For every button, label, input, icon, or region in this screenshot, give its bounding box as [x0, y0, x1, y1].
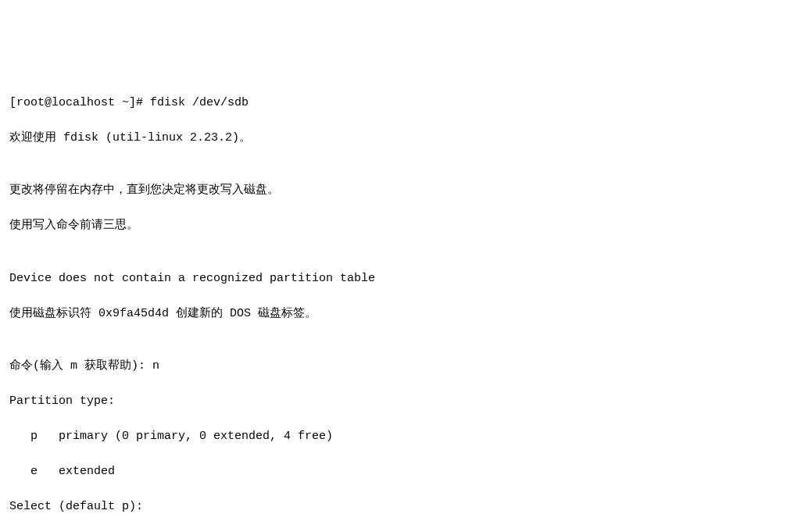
terminal-line: 命令(输入 m 获取帮助): n: [9, 358, 803, 376]
terminal-line: Select (default p):: [9, 498, 803, 516]
terminal-line: 欢迎使用 fdisk (util-linux 2.23.2)。: [9, 130, 803, 148]
terminal-line: 使用磁盘标识符 0x9fa45d4d 创建新的 DOS 磁盘标签。: [9, 305, 803, 323]
terminal-line: 更改将停留在内存中，直到您决定将更改写入磁盘。: [9, 182, 803, 200]
terminal-line: p primary (0 primary, 0 extended, 4 free…: [9, 428, 803, 446]
terminal-line: Partition type:: [9, 393, 803, 411]
terminal-line: 使用写入命令前请三思。: [9, 217, 803, 235]
terminal-line: [root@localhost ~]# fdisk /dev/sdb: [9, 95, 803, 112]
terminal-line: e extended: [9, 463, 803, 481]
terminal-line: Device does not contain a recognized par…: [9, 270, 803, 288]
terminal-output[interactable]: [root@localhost ~]# fdisk /dev/sdb 欢迎使用 …: [9, 77, 803, 521]
